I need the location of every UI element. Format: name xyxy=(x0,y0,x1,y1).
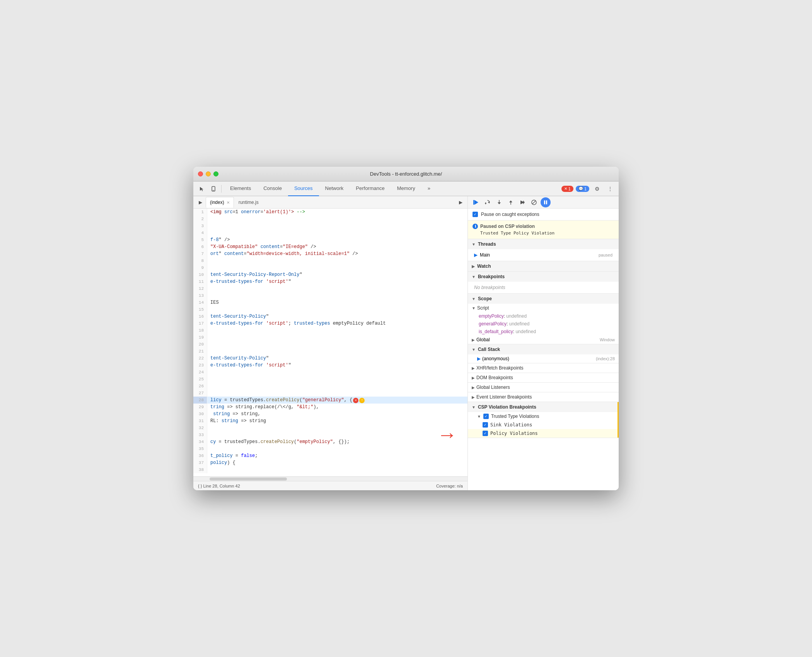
step-over-button[interactable] xyxy=(483,197,493,207)
code-line-17: 17 e-trusted-types-for 'script'; trusted… xyxy=(193,320,467,327)
minimize-button[interactable] xyxy=(206,171,211,176)
svg-rect-3 xyxy=(473,200,474,205)
editor-expand-icon[interactable]: ▶ xyxy=(196,198,205,207)
toolbar-separator xyxy=(221,185,222,193)
svg-marker-12 xyxy=(523,200,525,204)
svg-marker-8 xyxy=(498,202,501,204)
event-listener-breakpoints-header[interactable]: ▶ Event Listener Breakpoints xyxy=(468,392,619,402)
code-line-16: 16 tent-Security-Policy" xyxy=(193,313,467,320)
step-into-button[interactable] xyxy=(494,197,504,207)
scope-label: Scope xyxy=(478,296,492,301)
thread-main: ▶ Main paused xyxy=(468,251,619,259)
sink-violations-checkbox[interactable]: ✓ xyxy=(483,422,488,428)
xhr-breakpoints-header[interactable]: ▶ XHR/fetch Breakpoints xyxy=(468,363,619,373)
threads-header[interactable]: ▼ Threads xyxy=(468,239,619,249)
code-line-20: 20 xyxy=(193,341,467,348)
code-line-7: 7 ort" content="width=device-width, init… xyxy=(193,250,467,257)
policy-violations-checkbox[interactable]: ✓ xyxy=(483,431,488,436)
breakpoints-header[interactable]: ▼ Breakpoints xyxy=(468,272,619,282)
code-editor[interactable]: 1 <img src=1 onerror='alert(1)'> --> 2 3… xyxy=(193,209,467,476)
scope-script: ▼ Script emptyPolicy: undefined generalP… xyxy=(468,304,619,335)
thread-arrow-icon: ▶ xyxy=(474,252,478,258)
csp-violation-breakpoints-header[interactable]: ▼ CSP Violation Breakpoints xyxy=(468,402,619,412)
callstack-header[interactable]: ▼ Call Stack xyxy=(468,344,619,354)
more-icon[interactable]: ⋮ xyxy=(605,183,616,194)
editor-panel: ▶ (index) ✕ runtime.js ▶ 1 xyxy=(193,196,468,490)
watch-header[interactable]: ▶ Watch xyxy=(468,261,619,271)
deactivate-breakpoints[interactable] xyxy=(529,197,539,207)
dom-label: DOM Breakpoints xyxy=(476,375,513,380)
code-line-27: 27 xyxy=(193,390,467,397)
window-title: DevTools - tt-enforced.glitch.me/ xyxy=(370,171,442,177)
mobile-icon[interactable] xyxy=(208,183,219,194)
scrollbar-thumb[interactable] xyxy=(210,477,287,481)
cursor-icon[interactable] xyxy=(196,183,207,194)
pause-exceptions-row[interactable]: ✓ Pause on caught exceptions xyxy=(468,209,619,221)
tab-elements[interactable]: Elements xyxy=(224,181,257,196)
code-line-23: 23 e-trusted-types-for 'script'" xyxy=(193,362,467,369)
svg-rect-15 xyxy=(544,200,545,204)
tab-more[interactable]: » xyxy=(421,181,437,196)
callstack-chevron: ▼ xyxy=(472,347,476,352)
sink-violations-row: ✓ Sink Violations xyxy=(468,421,619,429)
csp-violation-breakpoints-section: ▼ CSP Violation Breakpoints ▼ ✓ Trusted … xyxy=(468,402,619,438)
info-badge[interactable]: 💬 1 xyxy=(576,186,589,192)
code-line-29: 29 tring => string.replace(/\</g, "&lt;"… xyxy=(193,404,467,411)
scope-header[interactable]: ▼ Scope xyxy=(468,294,619,304)
code-line-10: 10 tent-Security-Policy-Report-Only" xyxy=(193,271,467,278)
global-listeners-label: Global Listeners xyxy=(476,385,510,390)
code-line-6: 6 "X-UA-Compatible" content="IE=edge" /> xyxy=(193,243,467,250)
settings-icon[interactable]: ⚙ xyxy=(592,183,602,194)
file-tab-runtime[interactable]: runtime.js xyxy=(235,197,263,208)
breakpoints-section: ▼ Breakpoints No breakpoints xyxy=(468,272,619,294)
code-line-11: 11 e-trusted-types-for 'script'" xyxy=(193,278,467,285)
svg-rect-16 xyxy=(546,200,547,204)
close-tab-icon[interactable]: ✕ xyxy=(227,200,230,205)
maximize-button[interactable] xyxy=(213,171,218,176)
event-listener-chevron: ▶ xyxy=(472,395,475,399)
dom-breakpoints-header[interactable]: ▶ DOM Breakpoints xyxy=(468,373,619,382)
pause-exceptions-checkbox[interactable]: ✓ xyxy=(473,212,478,217)
step-out-button[interactable] xyxy=(506,197,516,207)
pause-on-exceptions[interactable] xyxy=(541,197,551,207)
code-line-5: 5 f-8" /> xyxy=(193,236,467,243)
tab-performance[interactable]: Performance xyxy=(350,181,391,196)
scope-section: ▼ Scope ▼ Script emptyPolicy: undefined xyxy=(468,294,619,344)
tab-memory[interactable]: Memory xyxy=(391,181,421,196)
error-marker: ✕ xyxy=(353,398,358,403)
close-button[interactable] xyxy=(198,171,203,176)
step-button[interactable] xyxy=(517,197,527,207)
threads-label: Threads xyxy=(478,241,496,247)
run-snippet-icon[interactable]: ▶ xyxy=(456,198,465,207)
error-badge[interactable]: ✕ 1 xyxy=(561,186,573,192)
global-listeners-header[interactable]: ▶ Global Listeners xyxy=(468,383,619,392)
watch-section: ▶ Watch xyxy=(468,261,619,272)
file-tab-index[interactable]: (index) ✕ xyxy=(206,197,234,208)
global-listeners-section: ▶ Global Listeners xyxy=(468,383,619,392)
scope-item-emptyPolicy: emptyPolicy: undefined xyxy=(468,312,619,320)
tab-network[interactable]: Network xyxy=(319,181,350,196)
global-chevron: ▶ xyxy=(472,338,475,342)
scope-global-label: Global xyxy=(476,337,490,342)
tab-sources[interactable]: Sources xyxy=(288,181,319,196)
trusted-type-checkbox[interactable]: ✓ xyxy=(483,414,489,419)
breakpoints-label: Breakpoints xyxy=(478,274,505,279)
callstack-arrow-icon: ▶ xyxy=(477,356,481,361)
code-line-21: 21 xyxy=(193,348,467,355)
code-line-28: 28 licy = trustedTypes.createPolicy("gen… xyxy=(193,397,467,404)
tab-console[interactable]: Console xyxy=(257,181,288,196)
trusted-type-violations: ▼ ✓ Trusted Type Violations ✓ Sink Viola… xyxy=(468,412,619,438)
watch-chevron: ▶ xyxy=(472,264,475,269)
code-line-2: 2 xyxy=(193,216,467,222)
resume-button[interactable] xyxy=(471,197,481,207)
horizontal-scrollbar[interactable] xyxy=(193,476,467,481)
info-icon: ℹ xyxy=(473,224,478,229)
scope-global[interactable]: ▶ Global Window xyxy=(468,335,619,344)
xhr-breakpoints-section: ▶ XHR/fetch Breakpoints xyxy=(468,363,619,373)
code-line-12: 12 xyxy=(193,285,467,292)
scope-script-header[interactable]: ▼ Script xyxy=(468,304,619,312)
code-line-35: 35 xyxy=(193,445,467,452)
code-line-26: 26 xyxy=(193,383,467,390)
xhr-chevron: ▶ xyxy=(472,366,475,370)
csp-viol-label: CSP Violation Breakpoints xyxy=(478,404,536,410)
